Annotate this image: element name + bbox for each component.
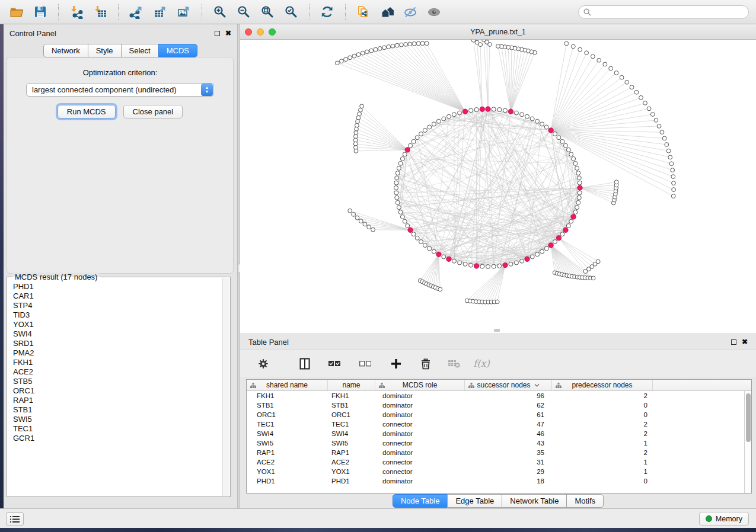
cell-role[interactable]: dominator: [375, 430, 465, 437]
float-panel-icon[interactable]: [215, 31, 220, 36]
cell-successors[interactable]: 31: [465, 459, 552, 466]
table-row[interactable]: SWI5SWI5connector431: [247, 438, 744, 448]
criterion-select[interactable]: largest connected component (undirected)…: [26, 83, 214, 97]
result-node-item[interactable]: ORC1: [13, 386, 222, 396]
hide-unselected-button[interactable]: [399, 2, 423, 21]
save-session-button[interactable]: [28, 2, 52, 21]
cell-successors[interactable]: 61: [465, 411, 552, 418]
cell-role[interactable]: dominator: [375, 411, 465, 418]
tab-network-table[interactable]: Network Table: [502, 494, 567, 508]
cell-successors[interactable]: 43: [465, 440, 552, 447]
cell-shared-name[interactable]: RAP1: [247, 449, 328, 456]
close-panel-button[interactable]: Close panel: [123, 105, 183, 118]
cell-predecessors[interactable]: 0: [552, 411, 653, 418]
float-table-panel-icon[interactable]: [731, 339, 736, 345]
mcds-result-list[interactable]: PHD1CAR1STP4TID3YOX1SWI4SRD1PMA2FKH1ACE2…: [8, 282, 222, 494]
cell-predecessors[interactable]: 1: [552, 459, 653, 466]
cell-successors[interactable]: 46: [465, 430, 552, 437]
tab-motifs[interactable]: Motifs: [566, 494, 604, 508]
cell-shared-name[interactable]: PHD1: [247, 477, 328, 485]
close-table-panel-icon[interactable]: ✖: [742, 338, 748, 345]
cell-successors[interactable]: 96: [465, 392, 552, 399]
export-table-button[interactable]: [148, 2, 172, 21]
table-scrollbar-thumb[interactable]: [746, 393, 751, 442]
column-header-MCDS-role[interactable]: MCDS role: [375, 380, 465, 390]
cell-role[interactable]: connector: [375, 421, 465, 428]
result-node-item[interactable]: STB5: [13, 377, 222, 386]
show-panel-button[interactable]: [6, 512, 24, 525]
import-table-from-file-button[interactable]: [88, 2, 112, 21]
cell-name[interactable]: YOX1: [328, 468, 375, 475]
cell-role[interactable]: connector: [375, 468, 465, 475]
column-header-successor-nodes[interactable]: successor nodes: [465, 380, 552, 390]
search-input[interactable]: [594, 8, 744, 16]
clone-network-button[interactable]: [352, 2, 375, 21]
zoom-out-button[interactable]: [232, 2, 256, 21]
tab-style[interactable]: Style: [88, 44, 122, 57]
run-mcds-button[interactable]: Run MCDS: [58, 105, 116, 118]
cell-role[interactable]: dominator: [375, 449, 465, 456]
zoom-in-button[interactable]: [208, 2, 232, 21]
table-row[interactable]: PHD1PHD1dominator180: [247, 476, 744, 486]
export-image-button[interactable]: [172, 2, 196, 21]
column-header-predecessor-nodes[interactable]: predecessor nodes: [552, 380, 653, 390]
result-node-item[interactable]: STB1: [13, 405, 222, 415]
cell-role[interactable]: dominator: [375, 402, 465, 409]
result-node-item[interactable]: ACE2: [13, 367, 222, 377]
create-column-button[interactable]: [386, 355, 406, 373]
table-row[interactable]: SWI4SWI4dominator462: [247, 429, 744, 438]
result-node-item[interactable]: SWI4: [13, 329, 222, 339]
result-node-item[interactable]: YOX1: [13, 320, 222, 329]
result-node-item[interactable]: SWI5: [13, 415, 222, 424]
cell-predecessors[interactable]: 1: [552, 440, 653, 447]
result-node-item[interactable]: TID3: [13, 310, 222, 320]
cell-successors[interactable]: 47: [465, 421, 552, 428]
cell-shared-name[interactable]: YOX1: [247, 468, 328, 475]
cell-name[interactable]: RAP1: [328, 449, 375, 456]
tab-mcds[interactable]: MCDS: [158, 44, 197, 57]
table-settings-button[interactable]: [253, 355, 273, 373]
result-node-item[interactable]: CAR1: [13, 291, 222, 301]
export-network-button[interactable]: [125, 2, 148, 21]
cell-shared-name[interactable]: SWI5: [247, 440, 328, 447]
result-node-item[interactable]: SRD1: [13, 339, 222, 348]
cell-name[interactable]: TEC1: [328, 421, 375, 428]
result-node-item[interactable]: PHD1: [13, 282, 222, 291]
result-node-item[interactable]: STP4: [13, 301, 222, 310]
toggle-panel-columns-button[interactable]: [295, 355, 315, 373]
cell-predecessors[interactable]: 2: [552, 392, 653, 399]
cell-name[interactable]: FKH1: [328, 392, 375, 399]
cell-role[interactable]: connector: [375, 440, 465, 447]
tab-network[interactable]: Network: [43, 44, 88, 57]
table-row[interactable]: ACE2ACE2connector311: [247, 457, 744, 467]
cell-predecessors[interactable]: 2: [552, 421, 653, 428]
cell-shared-name[interactable]: TEC1: [247, 421, 328, 428]
memory-button[interactable]: Memory: [699, 512, 749, 525]
result-node-item[interactable]: GCR1: [13, 434, 222, 443]
result-node-item[interactable]: FKH1: [13, 358, 222, 367]
cell-name[interactable]: PHD1: [328, 477, 375, 485]
zoom-selected-button[interactable]: [279, 2, 303, 21]
cell-name[interactable]: ACE2: [328, 459, 375, 466]
table-row[interactable]: STB1STB1dominator620: [247, 400, 744, 410]
result-node-item[interactable]: TEC1: [13, 424, 222, 434]
zoom-fit-button[interactable]: [256, 2, 279, 21]
cell-shared-name[interactable]: FKH1: [247, 392, 328, 399]
cell-role[interactable]: dominator: [375, 477, 465, 485]
cell-shared-name[interactable]: ORC1: [247, 411, 328, 418]
result-node-item[interactable]: PMA2: [13, 348, 222, 358]
cell-role[interactable]: dominator: [375, 392, 465, 399]
cell-predecessors[interactable]: 2: [552, 430, 653, 437]
table-row[interactable]: ORC1ORC1dominator610: [247, 410, 744, 419]
table-row[interactable]: RAP1RAP1dominator352: [247, 448, 744, 457]
tab-select[interactable]: Select: [121, 44, 159, 57]
cell-successors[interactable]: 18: [465, 477, 552, 485]
tab-node-table[interactable]: Node Table: [393, 494, 448, 508]
column-header-shared-name[interactable]: shared name: [247, 380, 328, 390]
cell-predecessors[interactable]: 2: [552, 449, 653, 456]
cell-name[interactable]: SWI5: [328, 440, 375, 447]
show-all-button[interactable]: [423, 2, 446, 21]
cell-role[interactable]: connector: [375, 459, 465, 466]
deselect-all-rows-button[interactable]: [355, 355, 375, 373]
search-field[interactable]: [578, 5, 749, 19]
